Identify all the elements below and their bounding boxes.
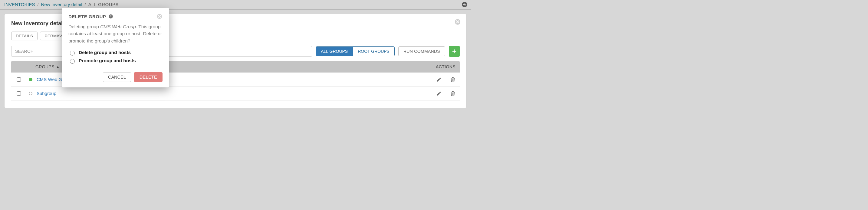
breadcrumb-separator: / (37, 2, 38, 7)
option-promote-label: Promote group and hosts (79, 58, 136, 63)
row-checkbox[interactable] (17, 91, 21, 96)
close-icon[interactable] (156, 14, 162, 20)
breadcrumb-inventory-link[interactable]: New Inventory detail (41, 2, 82, 7)
status-dot-icon (29, 91, 32, 95)
cancel-button[interactable]: CANCEL (103, 72, 131, 82)
table-row: Subgroup (11, 86, 460, 101)
radio-promote[interactable] (70, 59, 75, 64)
dialog-title: DELETE GROUP (68, 14, 106, 19)
status-dot-icon (29, 78, 32, 81)
group-scope-toggle: ALL GROUPS ROOT GROUPS (316, 47, 395, 56)
option-delete-group-and-hosts[interactable]: Delete group and hosts (68, 50, 162, 55)
svg-text:?: ? (110, 15, 112, 18)
run-commands-button[interactable]: RUN COMMANDS (398, 47, 445, 56)
radio-delete[interactable] (70, 51, 75, 55)
breadcrumb-separator: / (85, 2, 86, 7)
dialog-options: Delete group and hosts Promote group and… (68, 50, 162, 64)
delete-icon[interactable] (450, 91, 456, 96)
sort-caret-icon: ▲ (56, 65, 59, 68)
actions-column-header: ACTIONS (410, 64, 456, 69)
help-icon[interactable]: ? (108, 14, 113, 19)
edit-icon[interactable] (436, 77, 441, 82)
all-groups-button[interactable]: ALL GROUPS (316, 47, 352, 56)
dialog-body: Deleting group CMS Web Group. This group… (68, 23, 162, 44)
breadcrumb-current: ALL GROUPS (88, 2, 119, 7)
dialog-body-group-name: CMS Web Group (100, 24, 136, 29)
activity-stream-icon[interactable] (462, 2, 467, 7)
delete-group-dialog: DELETE GROUP ? Deleting group CMS Web Gr… (62, 8, 169, 87)
groups-column-label: GROUPS (35, 64, 55, 69)
close-icon[interactable] (454, 19, 461, 25)
tab-details[interactable]: DETAILS (11, 31, 37, 41)
group-name-link[interactable]: Subgroup (37, 91, 56, 96)
option-delete-label: Delete group and hosts (79, 50, 131, 55)
dialog-body-prefix: Deleting group (68, 24, 100, 29)
delete-button[interactable]: DELETE (134, 72, 162, 82)
dialog-actions: CANCEL DELETE (68, 72, 162, 82)
root-groups-button[interactable]: ROOT GROUPS (352, 47, 394, 56)
row-checkbox[interactable] (17, 77, 21, 82)
add-button[interactable] (449, 46, 460, 57)
option-promote-group-and-hosts[interactable]: Promote group and hosts (68, 58, 162, 64)
edit-icon[interactable] (436, 91, 441, 96)
delete-icon[interactable] (450, 77, 456, 82)
breadcrumb-inventories-link[interactable]: INVENTORIES (4, 2, 35, 7)
